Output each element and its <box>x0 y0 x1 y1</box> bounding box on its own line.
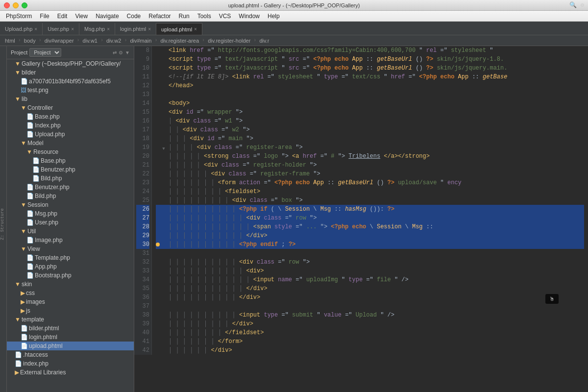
tree-item-msg-php[interactable]: 📄 Msg.php <box>7 209 134 218</box>
tree-item-bild-php-res[interactable]: 📄 Bild.php <box>7 174 134 183</box>
php-file-icon: 📄 <box>32 175 40 182</box>
close-button[interactable] <box>4 2 10 8</box>
breadcrumb-html[interactable]: html <box>3 37 17 44</box>
tree-item-base-php-ctrl[interactable]: 📄 Base.php <box>7 112 134 121</box>
tree-item-htaccess[interactable]: 📄 .htaccess <box>7 350 134 359</box>
traffic-lights[interactable] <box>4 2 27 8</box>
tree-item-resource[interactable]: ▼ Resource <box>7 147 134 156</box>
tree-item-bilder[interactable]: ▼ bilder <box>7 68 134 77</box>
folder-label: lib <box>22 96 27 102</box>
tab-user-php[interactable]: User.php × <box>43 23 79 35</box>
tab-close-icon[interactable]: × <box>71 26 74 32</box>
maximize-button[interactable] <box>22 2 27 8</box>
tree-item-template-php[interactable]: 📄 Template.php <box>7 253 134 262</box>
collapse-icon[interactable]: ▼ <box>125 50 130 55</box>
tab-close-icon[interactable]: × <box>194 26 197 32</box>
code-line-19: ▼ │ │ │ │ <div class =" register-area "> <box>156 143 584 152</box>
menu-item-file[interactable]: File <box>36 12 53 21</box>
menu-item-run[interactable]: Run <box>175 12 194 21</box>
folder-icon: ▶ <box>21 307 25 314</box>
line-numbers: 8 9 10 11 12 13 14 15 16 17 18 19 20 21 … <box>134 46 152 355</box>
file-icon: 📄 <box>21 78 28 85</box>
tree-item-session[interactable]: ▼ Session <box>7 200 134 209</box>
breadcrumb-main[interactable]: div#main <box>128 37 153 44</box>
tree-item-image-php[interactable]: 📄 Image.php <box>7 236 134 245</box>
tab-label: Msg.php <box>84 26 105 32</box>
tree-item-test-png[interactable]: 🖼 test.png <box>7 86 134 95</box>
php-file-icon: 📄 <box>26 210 34 217</box>
menu-item-help[interactable]: Help <box>264 12 284 21</box>
breadcrumb-w2[interactable]: div.w2 <box>104 37 123 44</box>
tree-item-login-phtml[interactable]: 📄 login.phtml <box>7 333 134 342</box>
tab-upload-php[interactable]: Upload.php × <box>0 23 43 35</box>
menu-item-view[interactable]: View <box>71 12 92 21</box>
menu-item-tools[interactable]: Tools <box>194 12 215 21</box>
file-label: a7007d01b3bf4bf957daf635ef5 <box>29 78 111 85</box>
sync-icon[interactable]: ⇄ <box>113 50 117 55</box>
breadcrumb-w1[interactable]: div.w1 <box>81 37 99 44</box>
tab-label: upload.phtml <box>161 26 192 32</box>
code-line-34: │ │ │ │ │ │ │ │ │ │ │ │ <input name =" u… <box>156 275 584 284</box>
tree-item-user-php[interactable]: 📄 User.php <box>7 218 134 227</box>
tree-item-bild-php-model[interactable]: 📄 Bild.php <box>7 192 134 200</box>
tree-item-index-php[interactable]: 📄 index.php <box>7 359 134 368</box>
code-editor[interactable]: 8 9 10 11 12 13 14 15 16 17 18 19 20 21 … <box>134 46 588 392</box>
tab-login-phtml[interactable]: login.phtml × <box>115 23 156 35</box>
menu-item-navigate[interactable]: Navigate <box>92 12 122 21</box>
settings-icon: ⚙ <box>581 1 584 9</box>
file-label: Base.php <box>35 113 60 120</box>
tree-item-benutzer-php-res[interactable]: 📄 Benutzer.php <box>7 165 134 174</box>
tree-item-template[interactable]: ▼ template <box>7 315 134 324</box>
file-label: bilder.phtml <box>29 325 59 332</box>
tree-item-skin[interactable]: ▼ skin <box>7 280 134 289</box>
menu-item-phpstorm[interactable]: PhpStorm <box>2 12 36 21</box>
tree-root[interactable]: ▼ Gallery (~Desktop/PHP_OOP/Gallery/ <box>7 59 134 68</box>
tab-msg-php[interactable]: Msg.php × <box>79 23 115 35</box>
tab-close-icon[interactable]: × <box>148 26 151 32</box>
php-file-icon: 📄 <box>26 219 34 226</box>
tree-item-external-libs[interactable]: ▶ External Libraries <box>7 368 134 377</box>
code-line-14: <body> <box>156 99 584 108</box>
tree-item-bootstrap-php[interactable]: 📄 Bootstrap.php <box>7 271 134 280</box>
tab-close-icon[interactable]: × <box>107 26 110 32</box>
tree-item-bilder-phtml[interactable]: 📄 bilder.phtml <box>7 324 134 333</box>
tree-item-css[interactable]: ▶ css <box>7 289 134 297</box>
tree-item-js[interactable]: ▶ js <box>7 306 134 315</box>
folder-label: Resource <box>33 148 58 155</box>
minimize-button[interactable] <box>13 2 19 8</box>
tree-item-controller[interactable]: ▼ Controller <box>7 103 134 112</box>
tree-item-base-php-res[interactable]: 📄 Base.php <box>7 156 134 165</box>
tree-item-util[interactable]: ▼ Util <box>7 227 134 236</box>
php-file-icon: 📄 <box>32 166 40 173</box>
structure-label: Z: Structure <box>0 208 5 240</box>
menu-item-edit[interactable]: Edit <box>53 12 72 21</box>
tree-item-model[interactable]: ▼ Model <box>7 139 134 147</box>
tree-item-view[interactable]: ▼ View <box>7 245 134 253</box>
tab-close-icon[interactable]: × <box>34 26 37 32</box>
folder-label: Util <box>27 228 36 235</box>
folder-icon: ▶ <box>15 369 19 376</box>
gear-icon[interactable]: ⚙ <box>119 50 123 55</box>
tree-item-app-php[interactable]: 📄 App.php <box>7 262 134 271</box>
menu-item-vcs[interactable]: VCS <box>215 12 235 21</box>
menu-item-code[interactable]: Code <box>123 12 145 21</box>
project-selector[interactable]: Project <box>29 48 61 57</box>
folder-icon: ▼ <box>26 148 32 155</box>
breadcrumb-register-area[interactable]: div.register-area <box>158 37 201 44</box>
tree-item-lib[interactable]: ▼ lib <box>7 95 134 103</box>
tree-item-benutzer-php-model[interactable]: 📄 Benutzer.php <box>7 183 134 192</box>
breadcrumb-register-holder[interactable]: div.register-holder <box>206 37 252 44</box>
breadcrumb-div-r[interactable]: div.r <box>257 37 271 44</box>
file-label: Template.php <box>35 254 70 261</box>
tree-item-upload-phtml[interactable]: 📄 upload.phtml <box>7 342 134 350</box>
tree-item-index-php-ctrl[interactable]: 📄 Index.php <box>7 121 134 130</box>
breadcrumb-wrapper[interactable]: div#wrapper <box>43 37 76 44</box>
code-content[interactable]: <link href =" http://fonts.googleapis.co… <box>152 46 588 355</box>
tree-item-upload-php-ctrl[interactable]: 📄 Upload.php <box>7 130 134 139</box>
tree-item-images[interactable]: ▶ images <box>7 297 134 306</box>
menu-item-refactor[interactable]: Refactor <box>145 12 174 21</box>
menu-item-window[interactable]: Window <box>235 12 264 21</box>
tree-item-bilder-hash[interactable]: 📄 a7007d01b3bf4bf957daf635ef5 <box>7 77 134 86</box>
tab-upload-phtml[interactable]: upload.phtml × <box>156 23 202 35</box>
breadcrumb-body[interactable]: body <box>22 37 38 44</box>
